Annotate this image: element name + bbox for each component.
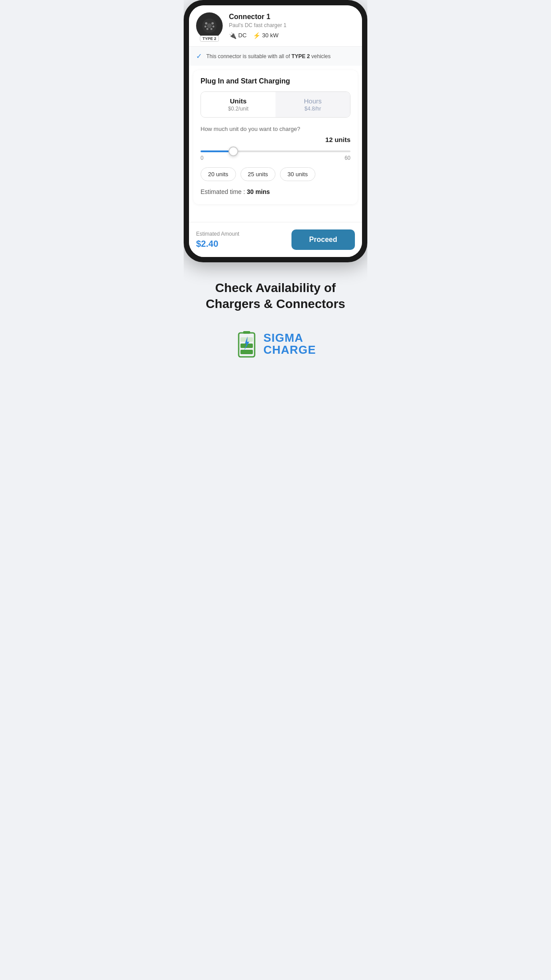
connector-icon (196, 12, 223, 39)
connector-icon-wrap: TYPE 2 (196, 12, 223, 39)
current-icon: 🔌 (229, 32, 236, 39)
logo-text: SIGMA CHARGE (264, 332, 316, 356)
phone-frame: TYPE 2 Connector 1 Paul's DC fast charge… (184, 0, 367, 262)
tab-units[interactable]: Units $0.2/unit (201, 92, 276, 117)
below-phone-section: Check Availability of Chargers & Connect… (184, 262, 367, 372)
compat-notice: ✓ This connector is suitable with all of… (189, 47, 362, 66)
svg-point-3 (212, 22, 214, 24)
slider-value-row: 12 units (201, 136, 350, 143)
sigma-charge-logo: SIGMA CHARGE (193, 330, 358, 359)
tab-units-price: $0.2/unit (206, 106, 270, 112)
connector-specs: 🔌 DC ⚡ 30 kW (229, 32, 355, 39)
slider-max: 60 (345, 155, 350, 161)
slider-min: 0 (201, 155, 204, 161)
tab-switcher[interactable]: Units $0.2/unit Hours $4.8/hr (201, 91, 350, 118)
units-slider[interactable] (201, 150, 350, 152)
svg-point-2 (205, 22, 207, 24)
logo-charge: CHARGE (264, 344, 316, 356)
slider-label: How much unit do you want to charge? (201, 126, 350, 132)
svg-point-6 (206, 28, 209, 30)
charger-name: Paul's DC fast charger 1 (229, 22, 355, 28)
estimated-amount-label: Estimated Amount (196, 231, 239, 237)
chip-25-units[interactable]: 25 units (240, 167, 276, 181)
type-badge: TYPE 2 (200, 36, 219, 42)
svg-point-7 (210, 28, 213, 30)
spec-power: ⚡ 30 kW (253, 32, 279, 39)
plugin-section: Plug In and Start Charging Units $0.2/un… (193, 70, 358, 204)
connector-card: TYPE 2 Connector 1 Paul's DC fast charge… (189, 5, 362, 47)
proceed-button[interactable]: Proceed (291, 229, 355, 250)
plugin-title: Plug In and Start Charging (201, 77, 350, 85)
svg-point-1 (207, 24, 212, 28)
tab-hours[interactable]: Hours $4.8/hr (276, 92, 350, 117)
slider-value: 12 units (325, 136, 350, 143)
phone-screen: TYPE 2 Connector 1 Paul's DC fast charge… (189, 5, 362, 257)
chip-30-units[interactable]: 30 units (280, 167, 315, 181)
connector-info: Connector 1 Paul's DC fast charger 1 🔌 D… (229, 13, 355, 39)
check-availability-title: Check Availability of Chargers & Connect… (193, 280, 358, 312)
quick-chips: 20 units 25 units 30 units (201, 167, 350, 181)
tab-hours-label: Hours (281, 97, 345, 105)
check-icon: ✓ (196, 52, 202, 60)
power-icon: ⚡ (253, 32, 260, 39)
compat-text: This connector is suitable with all of T… (206, 53, 331, 59)
connector-svg-icon (201, 18, 217, 34)
chip-20-units[interactable]: 20 units (201, 167, 236, 181)
svg-point-5 (213, 26, 215, 28)
svg-point-4 (205, 26, 207, 28)
svg-rect-9 (243, 331, 250, 334)
battery-icon (235, 330, 258, 359)
estimated-amount-group: Estimated Amount $2.40 (196, 231, 239, 249)
spec-current: 🔌 DC (229, 32, 247, 39)
svg-rect-10 (240, 350, 253, 354)
tab-hours-price: $4.8/hr (281, 106, 345, 112)
estimated-amount-value: $2.40 (196, 239, 239, 249)
estimated-time: Estimated time : 30 mins (201, 188, 350, 195)
logo-sigma: SIGMA (264, 332, 316, 344)
bottom-bar: Estimated Amount $2.40 Proceed (189, 222, 362, 257)
tab-units-label: Units (206, 97, 270, 105)
connector-name: Connector 1 (229, 13, 355, 21)
